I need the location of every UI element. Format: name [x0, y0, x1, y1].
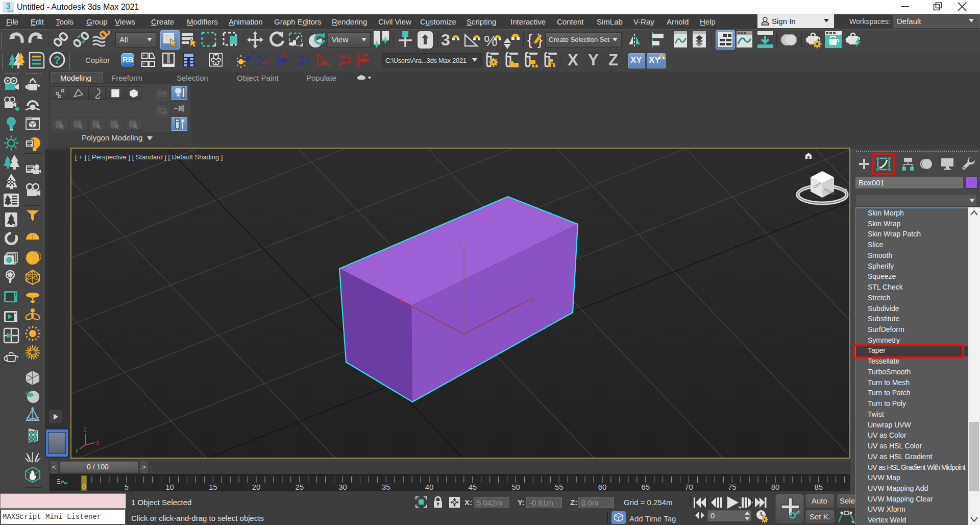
svg-text:50: 50 — [281, 53, 287, 58]
svg-text:45: 45 — [468, 483, 477, 491]
svg-text:X: X — [530, 296, 534, 303]
svg-text:30: 30 — [338, 483, 347, 491]
svg-text:25: 25 — [295, 483, 304, 491]
svg-text:65: 65 — [641, 483, 650, 491]
svg-text:y: y — [76, 447, 78, 453]
svg-text:NOTE: NOTE — [298, 54, 310, 59]
svg-text:3: 3 — [441, 31, 450, 49]
svg-text:45: 45 — [262, 60, 268, 66]
svg-text:5: 5 — [125, 483, 129, 491]
svg-text:80: 80 — [771, 483, 780, 491]
svg-text:Z: Z — [84, 427, 87, 433]
svg-text:75: 75 — [728, 483, 737, 491]
svg-text:X: X — [96, 440, 100, 446]
svg-text:{: { — [527, 31, 532, 48]
svg-text:15: 15 — [209, 483, 217, 491]
svg-text:60: 60 — [598, 483, 607, 491]
svg-text:10: 10 — [165, 483, 174, 491]
svg-text:MAX: MAX — [8, 9, 14, 12]
svg-text:40: 40 — [425, 483, 434, 491]
svg-text:20: 20 — [252, 483, 261, 491]
svg-text:85: 85 — [814, 483, 823, 491]
svg-text:70: 70 — [684, 483, 693, 491]
svg-text:Z: Z — [462, 240, 465, 247]
svg-text:50: 50 — [511, 483, 520, 491]
svg-text:NOTE: NOTE — [338, 54, 351, 59]
svg-text:?: ? — [54, 54, 60, 66]
svg-text:35: 35 — [382, 483, 390, 491]
svg-text:Y: Y — [398, 297, 402, 304]
svg-text:55: 55 — [555, 483, 564, 491]
svg-text:%: % — [484, 32, 498, 49]
svg-text:45: 45 — [322, 60, 328, 66]
svg-text:25: 25 — [362, 53, 367, 58]
